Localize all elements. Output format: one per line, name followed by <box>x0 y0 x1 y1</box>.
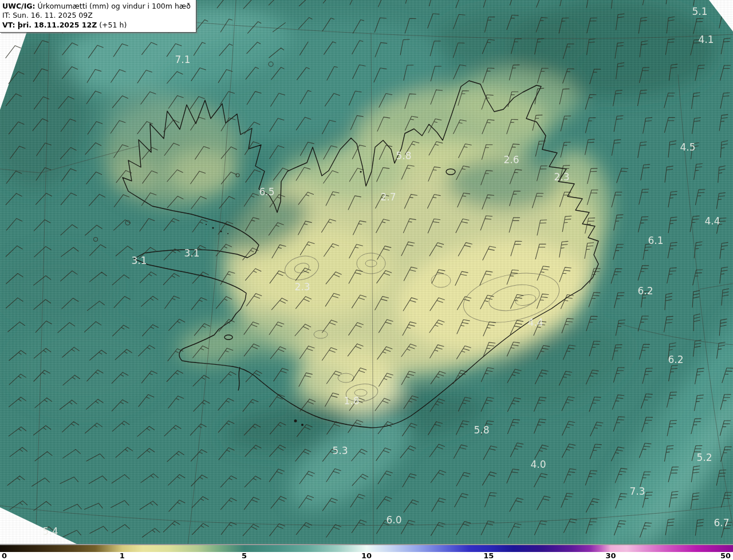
colorbar-tick: 15 <box>483 552 494 560</box>
weather-map-page: 7.15.14.14.55.82.62.36.52.74.46.13.13.12… <box>0 0 733 560</box>
map-title-box: UWC/IG: Úrkomumætti (mm) og vindur i 100… <box>0 0 196 33</box>
colorbar-tick: 1 <box>120 552 125 560</box>
valid-time-line: VT: þri. 18.11.2025 12Z (+51 h) <box>2 21 191 30</box>
precip-colorbar: 01510153050 <box>0 544 733 560</box>
colorbar-tick-labels: 01510153050 <box>0 552 733 560</box>
valid-time: VT: þri. 18.11.2025 12Z <box>2 21 97 29</box>
colorbar-tick: 10 <box>361 552 372 560</box>
iceland-precip-wind-map <box>0 0 733 545</box>
map-fill-layer <box>0 0 733 545</box>
colorbar-tick: 0 <box>2 552 7 560</box>
product-code: UWC/IG: <box>2 2 36 10</box>
colorbar-tick: 5 <box>242 552 247 560</box>
map-canvas <box>0 0 733 545</box>
init-time-line: IT: Sun. 16. 11. 2025 09Z <box>2 11 191 20</box>
product-description: Úrkomumætti (mm) og vindur i 100m hæð <box>36 2 191 10</box>
colorbar-tick: 30 <box>606 552 616 560</box>
colorbar-tick: 50 <box>720 552 731 560</box>
lead-time: (+51 h) <box>97 21 127 29</box>
product-title-line: UWC/IG: Úrkomumætti (mm) og vindur i 100… <box>2 2 191 11</box>
